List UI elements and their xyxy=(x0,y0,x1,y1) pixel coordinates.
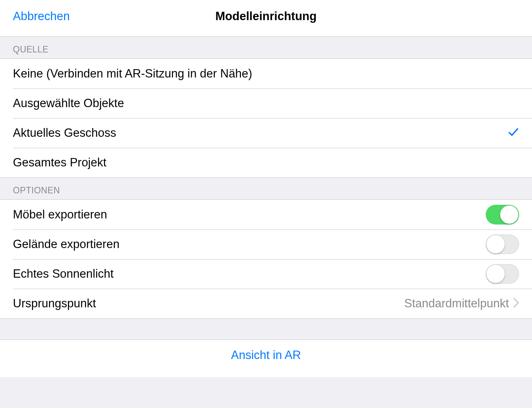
section-header-source: Quelle xyxy=(0,37,532,59)
group-source: Keine (Verbinden mit AR-Sitzung in der N… xyxy=(0,59,532,178)
source-option-label: Keine (Verbinden mit AR-Sitzung in der N… xyxy=(13,67,519,81)
footer-spacer xyxy=(0,319,532,340)
cancel-button[interactable]: Abbrechen xyxy=(13,9,70,23)
option-label: Möbel exportieren xyxy=(13,208,486,221)
navbar: Abbrechen Modelleinrichtung xyxy=(0,0,532,37)
export-terrain-toggle[interactable] xyxy=(486,234,519,254)
origin-point-value: Standardmittelpunkt xyxy=(404,297,509,310)
source-option-current-floor[interactable]: Aktuelles Geschoss xyxy=(0,118,532,148)
page-title: Modelleinrichtung xyxy=(0,9,532,23)
option-origin-point[interactable]: Ursprungspunkt Standardmittelpunkt xyxy=(0,289,532,318)
option-label: Ursprungspunkt xyxy=(13,297,404,310)
view-in-ar-button[interactable]: Ansicht in AR xyxy=(0,340,532,377)
option-export-furniture: Möbel exportieren xyxy=(0,200,532,229)
option-real-sunlight: Echtes Sonnenlicht xyxy=(0,259,532,289)
source-option-label: Gesamtes Projekt xyxy=(13,156,519,169)
source-option-selected-objects[interactable]: Ausgewählte Objekte xyxy=(0,89,532,118)
check-icon xyxy=(508,127,519,139)
source-option-label: Ausgewählte Objekte xyxy=(13,96,519,110)
source-option-whole-project[interactable]: Gesamtes Projekt xyxy=(0,148,532,177)
section-header-options: Optionen xyxy=(0,178,532,199)
group-options: Möbel exportieren Gelände exportieren Ec… xyxy=(0,199,532,319)
option-label: Gelände exportieren xyxy=(13,237,486,251)
source-option-label: Aktuelles Geschoss xyxy=(13,126,508,140)
option-label: Echtes Sonnenlicht xyxy=(13,267,486,281)
chevron-right-icon xyxy=(513,298,519,309)
real-sunlight-toggle[interactable] xyxy=(486,264,519,284)
source-option-none[interactable]: Keine (Verbinden mit AR-Sitzung in der N… xyxy=(0,59,532,89)
export-furniture-toggle[interactable] xyxy=(486,205,519,225)
option-export-terrain: Gelände exportieren xyxy=(0,229,532,259)
